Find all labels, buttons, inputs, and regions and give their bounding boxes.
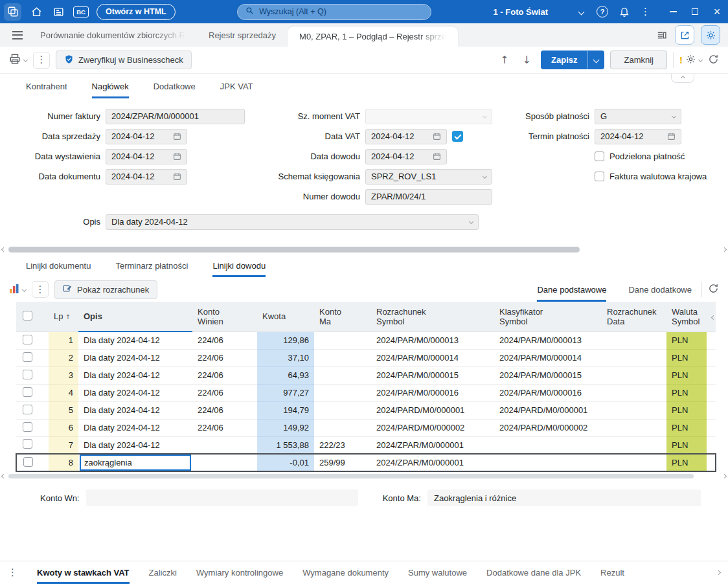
termin-platnosci-field[interactable]: 2024-04-12 (595, 129, 681, 144)
chart-button[interactable] (9, 284, 26, 296)
data-dowodu-field[interactable]: 2024-04-12 (365, 149, 447, 164)
close-document-button[interactable]: Zamknij (610, 51, 667, 69)
grid-refresh-icon[interactable] (708, 283, 719, 296)
scroll-right-icon[interactable] (722, 247, 727, 251)
row-checkbox[interactable] (23, 352, 32, 362)
table-row-selected[interactable]: 8 zaokrąglenia -0,01 259/99 2024/ZPAR/M0… (16, 454, 716, 471)
pokaz-rozrachunek-button[interactable]: Pokaż rozrachunek (54, 280, 157, 299)
tab-sumy-walutowe[interactable]: Sumy walutowe (408, 561, 467, 584)
scrollbar-track[interactable] (7, 474, 721, 478)
form-horizontal-scrollbar[interactable] (0, 245, 728, 254)
tab-dodatkowe-dane-jpk[interactable]: Dodatkowe dane dla JPK (486, 561, 581, 584)
save-button[interactable]: Zapisz (541, 51, 604, 69)
scrollbar-track[interactable] (7, 247, 721, 253)
close-button[interactable]: × (706, 0, 728, 23)
header-edge[interactable] (707, 302, 716, 331)
maximize-button[interactable] (684, 0, 706, 23)
opis-field[interactable]: Dla daty 2024-04-12 (106, 214, 479, 230)
tabs-scroll-right-icon[interactable] (716, 570, 721, 575)
tab-dodatkowe[interactable]: Dodatkowe (154, 74, 196, 98)
numer-faktury-field[interactable]: 2024/ZPAR/M0/000001 (106, 109, 245, 124)
bc-badge-icon[interactable]: BC (73, 6, 89, 17)
minimize-button[interactable] (662, 0, 684, 23)
header-rozrachunek-symbol[interactable]: RozrachunekSymbol (371, 302, 494, 331)
tab-naglowek[interactable]: Nagłówek (92, 74, 129, 98)
save-options-icon[interactable] (588, 58, 604, 62)
grid-kebab-icon[interactable]: ⋮ (32, 281, 49, 298)
schemat-ksiegowania-field[interactable]: SPRZ_ROV_LS1 (365, 169, 492, 185)
table-row[interactable]: 4 Dla daty 2024-04-12 224/06 977,27 2024… (16, 384, 716, 401)
numer-dowodu-field[interactable]: ZPAR/M0/24/1 (365, 189, 492, 205)
data-dokumentu-field[interactable]: 2024-04-12 (106, 169, 187, 185)
print-button[interactable] (9, 53, 27, 67)
header-konto-winien[interactable]: KontoWinien (192, 302, 257, 331)
tab-linijki-dokumentu[interactable]: Linijki dokumentu (26, 254, 91, 277)
tab-terminarz-platnosci[interactable]: Terminarz płatności (115, 254, 188, 277)
calendar-icon[interactable] (433, 132, 441, 140)
header-opis[interactable]: Opis (78, 302, 192, 331)
data-wystawienia-field[interactable]: 2024-04-12 (106, 149, 187, 164)
data-vat-field[interactable]: 2024-04-12 (365, 129, 447, 144)
header-lp[interactable]: Lp↑ (49, 302, 78, 331)
table-row[interactable]: 6 Dla daty 2024-04-12 224/06 149,92 2024… (16, 419, 716, 436)
news-icon[interactable] (51, 5, 65, 19)
refresh-icon[interactable] (708, 54, 719, 67)
search-input[interactable]: Wyszukaj (Alt + Q) (237, 4, 431, 20)
app-logo-icon[interactable] (4, 3, 21, 21)
calendar-icon[interactable] (173, 132, 181, 140)
podzielona-platnosc-checkbox[interactable] (595, 152, 604, 161)
collapse-columns-icon[interactable] (711, 315, 716, 320)
chevron-down-icon[interactable] (470, 220, 473, 223)
row-checkbox[interactable] (23, 457, 33, 467)
company-selector[interactable]: 1 - Foto Świat (494, 7, 588, 17)
tab-dane-dodatkowe[interactable]: Dane dodatkowe (628, 277, 692, 302)
next-record-icon[interactable]: ↓ (519, 54, 535, 66)
scroll-left-icon[interactable] (1, 473, 6, 478)
tab-linijki-dowodu[interactable]: Linijki dowodu (212, 254, 266, 277)
tab-zaliczki[interactable]: Zaliczki (149, 561, 177, 584)
row-checkbox[interactable] (23, 335, 32, 344)
opis-edit-input[interactable]: zaokrąglenia (80, 455, 191, 471)
settings-warning-button[interactable]: ! (679, 54, 702, 66)
data-vat-checkbox[interactable] (452, 131, 463, 142)
scrollbar-thumb[interactable] (8, 474, 694, 478)
header-klasyfikator-symbol[interactable]: KlasyfikatorSymbol (494, 302, 602, 331)
header-konto-ma[interactable]: KontoMa (314, 302, 371, 331)
table-row[interactable]: 2 Dla daty 2024-04-12 224/06 37,10 2024/… (16, 349, 716, 366)
row-checkbox[interactable] (23, 439, 32, 449)
tab-podglad-rejestr-sprzedazy[interactable]: M0, ZPAR, 1 – Podgląd – Rejestr sprze (288, 27, 458, 47)
tab-jpk-vat[interactable]: JPK VAT (220, 74, 253, 98)
titlebar-kebab-icon[interactable]: ⋮ (641, 7, 650, 17)
tab-kwoty-w-stawkach-vat[interactable]: Kwoty w stawkach VAT (37, 561, 130, 584)
table-row[interactable]: 5 Dla daty 2024-04-12 224/06 194,79 2024… (16, 401, 716, 419)
sposob-platnosci-field[interactable]: G (595, 109, 681, 124)
menu-icon[interactable] (6, 23, 28, 47)
tab-wymiary-kontrolingowe[interactable]: Wymiary kontrolingowe (196, 561, 283, 584)
toolbar-kebab-icon[interactable]: ⋮ (33, 52, 50, 69)
tab-dane-podstawowe[interactable]: Dane podstawowe (537, 277, 606, 302)
chevron-down-icon[interactable] (483, 175, 486, 178)
row-checkbox[interactable] (23, 387, 32, 397)
data-sprzedazy-field[interactable]: 2024-04-12 (106, 129, 187, 144)
task-list-icon[interactable] (656, 30, 667, 41)
table-row[interactable]: 1 Dla daty 2024-04-12 224/06 129,86 2024… (16, 331, 716, 349)
brightness-icon[interactable] (701, 25, 720, 45)
footer-kebab-icon[interactable]: ⋮ (8, 568, 17, 578)
tab-kontrahent[interactable]: Kontrahent (26, 74, 67, 98)
collapse-form-button[interactable] (671, 74, 694, 83)
tab-rejestr-sprzedazy[interactable]: Rejestr sprzedaży (197, 23, 288, 47)
header-waluta-symbol[interactable]: WalutaSymbol (666, 302, 707, 331)
tab-porownanie-dokumentow[interactable]: Porównanie dokumentów zbiorczych R (28, 23, 197, 47)
previous-record-icon[interactable]: ↑ (496, 54, 512, 66)
scroll-left-icon[interactable] (1, 247, 6, 251)
grid-horizontal-scrollbar[interactable] (0, 472, 728, 480)
calendar-icon[interactable] (173, 172, 181, 181)
calendar-icon[interactable] (173, 152, 181, 161)
home-icon[interactable] (29, 5, 43, 19)
chevron-down-icon[interactable] (672, 115, 676, 118)
scroll-right-icon[interactable] (722, 473, 727, 478)
table-row[interactable]: 7 Dla daty 2024-04-12 1 553,88 222/23 20… (16, 436, 716, 454)
select-all-checkbox[interactable] (23, 311, 32, 320)
row-checkbox[interactable] (23, 422, 32, 432)
table-row[interactable]: 3 Dla daty 2024-04-12 224/06 64,93 2024/… (16, 366, 716, 384)
